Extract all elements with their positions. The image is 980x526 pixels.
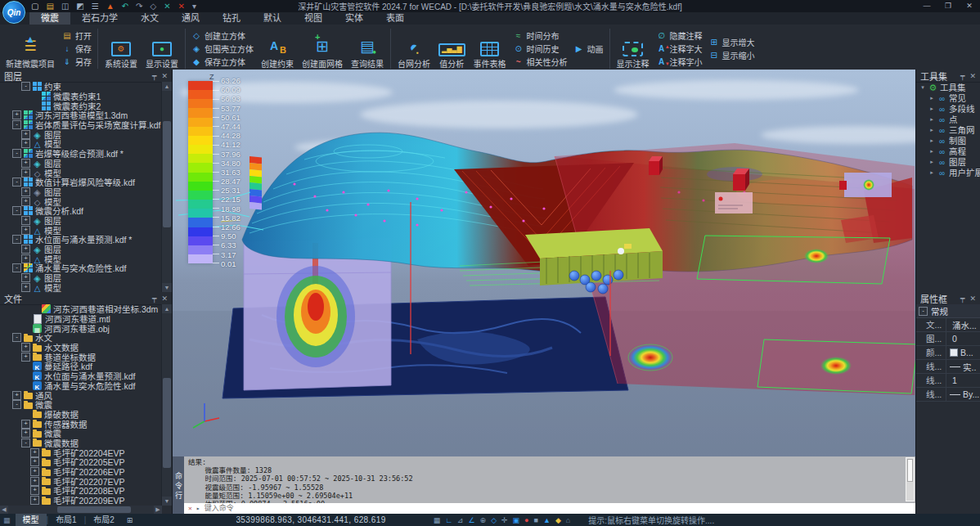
- 3d-viewport[interactable]: Z 63.2660.0956.9353.7750.6147.4444.2841.…: [172, 70, 916, 514]
- ribbon-tab[interactable]: 默认: [252, 12, 293, 25]
- toolset-item[interactable]: ▸ 制图: [916, 135, 980, 146]
- new-layout-icon[interactable]: ⊞: [122, 516, 138, 524]
- status-toggle-icon[interactable]: ∠: [469, 516, 475, 524]
- pin-icon[interactable]: ┯: [960, 294, 964, 303]
- model-space-icon[interactable]: ▦: [3, 516, 11, 524]
- ribbon-small-button[interactable]: 打开: [62, 29, 92, 42]
- tree-expander[interactable]: -: [21, 438, 30, 447]
- toolset-expander[interactable]: ▾: [919, 84, 926, 91]
- value-analysis-button[interactable]: 值分析: [434, 26, 470, 71]
- tree-expander[interactable]: -: [12, 149, 21, 158]
- status-toggle-icon[interactable]: ▣: [513, 516, 520, 524]
- tree-item[interactable]: + 图层: [0, 159, 162, 169]
- qat-icon[interactable]: ▲: [106, 0, 115, 12]
- qat-icon[interactable]: ▤: [46, 0, 53, 12]
- close-button[interactable]: ✕: [959, 0, 980, 12]
- status-toggle-icon[interactable]: ●: [524, 516, 528, 524]
- maximize-button[interactable]: ❐: [937, 0, 959, 12]
- toolset-expander[interactable]: ▸: [928, 148, 935, 155]
- qat-icon[interactable]: ↷: [136, 0, 142, 12]
- tree-item[interactable]: + 模型: [0, 282, 162, 292]
- close-icon[interactable]: ✕: [969, 72, 976, 80]
- status-toggle-icon[interactable]: ✛: [501, 516, 508, 524]
- qat-icon[interactable]: ☰: [92, 0, 99, 12]
- tree-expander[interactable]: +: [21, 245, 30, 254]
- status-toggle-icon[interactable]: ⊿: [457, 516, 464, 524]
- qat-icon[interactable]: ▢: [31, 0, 38, 12]
- tree-item[interactable]: + 通风: [0, 390, 162, 400]
- tree-item[interactable]: + 微震: [0, 429, 162, 438]
- toolset-expander[interactable]: ▸: [928, 159, 935, 165]
- tree-expander[interactable]: -: [21, 82, 30, 91]
- create-constraint-button[interactable]: 创建约束: [257, 26, 298, 71]
- tree-expander[interactable]: +: [21, 187, 30, 196]
- tree-expander[interactable]: +: [21, 429, 30, 438]
- scroll-down-icon[interactable]: ▼: [162, 283, 172, 292]
- ribbon-tab[interactable]: 水文: [129, 12, 170, 25]
- toolset-item[interactable]: ▸ 三角网: [916, 124, 980, 135]
- 3d-scene-canvas[interactable]: [172, 70, 916, 456]
- tree-expander[interactable]: +: [21, 216, 30, 225]
- tree-expander[interactable]: +: [30, 496, 39, 505]
- ribbon-tab[interactable]: 岩石力学: [70, 12, 129, 25]
- files-scrollbar[interactable]: ▲ ▼: [161, 304, 172, 506]
- ribbon-small-button[interactable]: 隐藏注释: [657, 29, 703, 42]
- ribbon-small-button[interactable]: 创建立方体: [191, 29, 254, 42]
- tree-expander[interactable]: +: [21, 226, 30, 235]
- tree-item[interactable]: - 岩体质量评估与采场宽度计算.kdf *: [0, 120, 162, 130]
- tree-item[interactable]: + 毛坪矿202209EVP: [0, 496, 162, 506]
- tree-expander[interactable]: -: [12, 120, 21, 129]
- toolset-expander[interactable]: ▸: [928, 169, 935, 176]
- display-settings-button[interactable]: 显示设置: [142, 26, 182, 71]
- ribbon-small-button[interactable]: 注释字小: [657, 56, 703, 68]
- tab-layout2[interactable]: 布局2: [86, 514, 122, 526]
- new-microseismic-project-button[interactable]: 新建微震项目: [2, 26, 59, 71]
- tree-expander[interactable]: +: [21, 283, 30, 292]
- pin-icon[interactable]: ┯: [960, 72, 964, 80]
- toolset-item[interactable]: ▸ 用户扩展: [916, 167, 980, 178]
- ribbon-small-button[interactable]: 保存立方体: [191, 56, 254, 68]
- tree-expander[interactable]: +: [21, 420, 30, 429]
- tree-expander[interactable]: +: [12, 391, 21, 400]
- tree-expander[interactable]: +: [21, 343, 30, 352]
- tree-expander[interactable]: +: [30, 457, 39, 466]
- create-surface-mesh-button[interactable]: 创建面网格: [298, 26, 347, 71]
- tree-expander[interactable]: +: [21, 169, 30, 178]
- property-row[interactable]: 线... 1: [916, 374, 980, 388]
- tree-expander[interactable]: +: [12, 110, 21, 119]
- tree-expander[interactable]: +: [21, 353, 30, 362]
- ribbon-small-button[interactable]: 另存: [62, 56, 92, 68]
- event-table-button[interactable]: 事件表格: [470, 26, 510, 71]
- app-logo[interactable]: Qin: [2, 1, 25, 24]
- tree-expander[interactable]: +: [21, 273, 30, 282]
- property-row[interactable]: 图... 0: [916, 332, 980, 346]
- tree-item[interactable]: - 水位面与涌水量预测.kdf *: [0, 235, 162, 245]
- toolset-item[interactable]: ▾ 工具集: [916, 82, 980, 92]
- scroll-right-icon[interactable]: ▶: [154, 506, 162, 514]
- status-toggle-icon[interactable]: ▦: [434, 516, 441, 524]
- tree-expander[interactable]: -: [12, 235, 21, 244]
- ribbon-tab[interactable]: 微震: [29, 12, 70, 25]
- show-annotation-button[interactable]: 显示注释: [613, 26, 654, 71]
- scroll-down-icon[interactable]: ▼: [162, 497, 172, 506]
- system-settings-button[interactable]: 系统设置: [101, 26, 142, 71]
- command-log[interactable]: 结果: 微震事件数量: 1328 时间范围: 2025-07-01 00:57:…: [184, 456, 916, 514]
- toolset-expander[interactable]: ▸: [928, 106, 935, 112]
- tree-expander[interactable]: -: [12, 178, 21, 187]
- tab-layout1[interactable]: 布局1: [48, 514, 84, 526]
- ribbon-small-button[interactable]: 动画: [574, 43, 604, 55]
- ribbon-small-button[interactable]: 包围壳立方体: [191, 43, 254, 55]
- tree-item[interactable]: - 微震分析.kdf: [0, 206, 162, 216]
- tab-model[interactable]: 模型: [16, 514, 47, 526]
- tree-expander[interactable]: +: [21, 197, 30, 206]
- tree-expander[interactable]: -: [12, 206, 21, 215]
- tree-expander[interactable]: +: [30, 467, 39, 476]
- files-hscrollbar[interactable]: ◀ ▶: [0, 506, 162, 514]
- tree-item[interactable]: 涌水量与突水危险性.kdf: [0, 381, 162, 391]
- ribbon-tab[interactable]: 钻孔: [211, 12, 252, 25]
- toolset-expander[interactable]: ▸: [928, 127, 935, 133]
- tree-item[interactable]: + 传感器数据: [0, 419, 162, 429]
- tree-expander[interactable]: +: [30, 448, 39, 457]
- ribbon-tab[interactable]: 表面: [375, 12, 416, 25]
- ribbon-small-button[interactable]: 时间分布: [514, 29, 568, 42]
